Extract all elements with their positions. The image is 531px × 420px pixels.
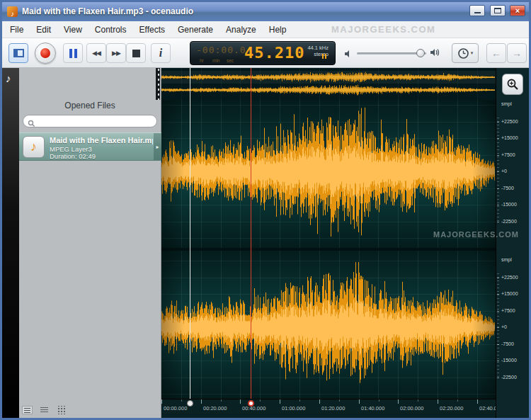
amplitude-tick <box>497 205 499 205</box>
compact-list-view-button[interactable] <box>39 406 50 414</box>
amplitude-tick <box>497 378 499 378</box>
amplitude-tick <box>497 344 499 345</box>
file-note-glyph: ♪ <box>30 140 37 154</box>
volume-slider[interactable] <box>357 47 426 59</box>
timeline-tick <box>438 399 438 404</box>
detailed-list-view-button[interactable] <box>22 406 33 414</box>
amplitude-tick <box>497 155 499 156</box>
clock-icon <box>457 47 469 59</box>
timeline-label: 00:40.000 <box>242 405 266 412</box>
unit-hr-label: hr <box>200 58 204 63</box>
sidebar-splitter[interactable] <box>156 68 160 100</box>
timeline-tick <box>319 399 320 404</box>
info-button[interactable]: i <box>151 43 171 63</box>
info-icon: i <box>159 47 162 59</box>
volume-low-icon[interactable] <box>344 48 353 61</box>
rewind-icon: ◀◀ <box>92 50 101 57</box>
timeline-tick <box>240 399 241 404</box>
timeline-ruler[interactable]: 00:00.00000:20.00000:40.00001:00.00001:2… <box>161 399 496 418</box>
amplitude-unit-label: smpl <box>501 101 512 106</box>
unit-min-label: min <box>212 58 219 63</box>
amplitude-label: +22500 <box>501 119 518 124</box>
titlebar[interactable]: ♪ Maid with the Flaxen Hair.mp3 - ocenau… <box>2 2 529 21</box>
fast-forward-button[interactable]: ▶▶ <box>106 43 126 63</box>
pause-button[interactable] <box>63 43 83 63</box>
timeline-tick <box>280 399 280 404</box>
search-input[interactable] <box>38 116 152 126</box>
menu-effects[interactable]: Effects <box>133 21 171 35</box>
edit-cursor-pin[interactable] <box>187 400 193 407</box>
watermark-waveform: MAJORGEEKS.COM <box>433 230 519 239</box>
timeline-label: 00:20.000 <box>203 405 227 412</box>
amplitude-label: +0 <box>501 169 507 174</box>
sidebar-title: Opened Files <box>19 101 161 110</box>
playhead-pin[interactable] <box>248 400 254 407</box>
timeline-tick-minor <box>379 399 379 402</box>
menu-generate[interactable]: Generate <box>171 21 219 35</box>
time-format-button[interactable]: ▾ <box>452 43 479 63</box>
maximize-icon <box>494 8 501 13</box>
menu-file[interactable]: File <box>4 21 30 35</box>
amplitude-ruler-labels: smpl+22500+15000+7500+0-7500-15000-22500… <box>496 68 529 418</box>
rewind-button[interactable]: ◀◀ <box>86 43 106 63</box>
timeline-label: 02:00.000 <box>400 405 423 412</box>
timeline-label: 02:20.000 <box>440 405 463 412</box>
menu-analyze[interactable]: Analyze <box>219 21 263 35</box>
volume-thumb[interactable] <box>416 49 425 57</box>
record-icon <box>40 48 50 58</box>
content-area: ♪ Opened Files ♪ Maid with the Flaxen Ha… <box>2 68 529 418</box>
timeline-tick <box>201 399 202 404</box>
editor-view-button[interactable] <box>8 43 28 63</box>
record-button[interactable] <box>35 42 56 64</box>
window-title: Maid with the Flaxen Hair.mp3 - ocenaudi… <box>22 6 193 16</box>
amplitude-label: +0 <box>501 324 507 329</box>
offset-time: -00:00.0 <box>196 45 246 55</box>
pause-icon-bar-right <box>74 49 77 58</box>
amplitude-tick <box>497 138 499 139</box>
file-expand-arrow[interactable]: ▸ <box>154 133 161 160</box>
amplitude-label: +15000 <box>501 135 518 140</box>
grid-view-button[interactable] <box>57 406 67 414</box>
editor-view-icon <box>13 49 24 57</box>
timeline-tick <box>359 399 360 404</box>
window-controls: × <box>468 5 525 18</box>
amplitude-tick <box>497 327 499 328</box>
amplitude-label: +15000 <box>501 291 518 296</box>
timeline-tick-minor <box>221 399 222 402</box>
amplitude-ruler: smpl+22500+15000+7500+0-7500-15000-22500… <box>496 68 529 418</box>
amplitude-label: -15000 <box>501 202 517 207</box>
close-button[interactable]: × <box>510 5 525 16</box>
navigate-back-button[interactable]: ← <box>486 43 506 63</box>
amplitude-tick <box>497 278 499 278</box>
timeline-tick-minor <box>339 399 340 402</box>
menu-help[interactable]: Help <box>263 21 293 35</box>
overview-waveform[interactable] <box>161 68 496 100</box>
expand-icon: ▸ <box>156 144 159 150</box>
amplitude-unit-label: smpl <box>501 257 512 262</box>
amplitude-label: -22500 <box>501 219 517 224</box>
volume-high-icon[interactable] <box>430 47 440 60</box>
menu-controls[interactable]: Controls <box>88 21 133 35</box>
file-list-item[interactable]: ♪ Maid with the Flaxen Hair.mp3 MPEG Lay… <box>19 132 161 161</box>
menu-edit[interactable]: Edit <box>30 21 57 35</box>
timeline-label: 02:40.000 <box>479 405 496 412</box>
navigate-forward-button[interactable]: → <box>507 43 527 63</box>
view-mode-bar <box>22 406 70 416</box>
edit-cursor-line <box>190 68 190 399</box>
time-display: -00:00.0 hr min sec 45.210 44.1 kHz ster… <box>190 41 336 65</box>
waveform-pane: 00:00.00000:20.00000:40.00001:00.00001:2… <box>161 68 496 418</box>
app-icon-note: ♪ <box>11 10 14 18</box>
amplitude-tick <box>497 222 499 222</box>
sidebar: Opened Files ♪ Maid with the Flaxen Hair… <box>19 68 161 418</box>
unit-sec-label: sec <box>227 58 234 63</box>
files-tab-icon[interactable]: ♪ <box>6 72 11 84</box>
timeline-label: 01:00.000 <box>282 405 305 412</box>
stop-button[interactable] <box>126 43 146 63</box>
amplitude-tick <box>497 311 499 312</box>
minimize-button[interactable] <box>469 5 485 16</box>
amplitude-tick <box>497 361 499 361</box>
waveform-canvas[interactable] <box>161 100 496 399</box>
search-box[interactable] <box>23 115 157 127</box>
menu-view[interactable]: View <box>57 21 88 35</box>
maximize-button[interactable] <box>490 5 506 16</box>
